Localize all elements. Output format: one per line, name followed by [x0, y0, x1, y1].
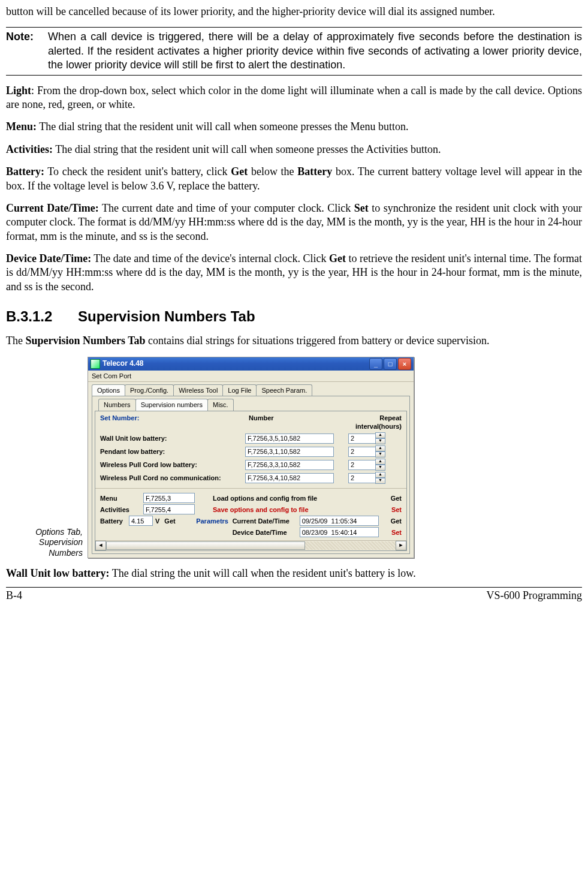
minimize-button[interactable]: _	[369, 358, 382, 370]
number-input[interactable]	[245, 434, 334, 444]
intro-continuation: button will be cancelled because of its …	[6, 5, 582, 19]
spin-down-icon[interactable]: ▼	[375, 438, 385, 444]
tab-log-file[interactable]: Log File	[222, 384, 257, 396]
scroll-track[interactable]	[106, 541, 396, 550]
battery-paragraph: Battery: To check the resident unit's ba…	[6, 165, 582, 193]
get-ref-2: Get	[329, 252, 346, 264]
set-button[interactable]: Set	[378, 505, 402, 514]
window-title: Telecor 4.48	[102, 359, 368, 369]
menu-strip[interactable]: Set Com Port	[88, 371, 414, 382]
current-dt-input[interactable]	[300, 516, 379, 526]
row-wall-unit-low-battery: Wall Unit low battery: ▲▼	[95, 432, 406, 445]
dt-get-button[interactable]: Get	[379, 517, 402, 525]
spin-down-icon[interactable]: ▼	[375, 465, 385, 471]
tab-wireless-tool[interactable]: Wireless Tool	[173, 384, 223, 396]
dt-set-button[interactable]: Set	[379, 528, 402, 537]
current-dt-paragraph: Current Date/Time: The current date and …	[6, 201, 582, 243]
section-title: Supervision Numbers Tab	[78, 308, 255, 324]
lower-section: Menu Load options and config from file G…	[95, 492, 406, 540]
close-button[interactable]: ×	[398, 358, 411, 370]
repeat-input[interactable]	[348, 473, 376, 483]
section-heading: B.3.1.2Supervision Numbers Tab	[6, 307, 582, 326]
scroll-right-icon[interactable]: ►	[396, 541, 406, 550]
menu-input[interactable]	[143, 493, 195, 503]
tabs-secondary: Numbers Supervision numbers Misc.	[92, 396, 409, 410]
battery-get-button[interactable]: Get	[164, 517, 175, 525]
light-paragraph: Light: From the drop-down box, select wh…	[6, 84, 582, 112]
page-footer: B-4 VS-600 Programming	[6, 587, 582, 603]
note-block: Note: When a call device is triggered, t…	[6, 30, 582, 72]
params-row-2: Device Date/Time Set	[100, 526, 402, 538]
device-dt-label: Device Date/Time	[233, 528, 300, 537]
wall-low-label: Wall Unit low battery:	[6, 567, 110, 579]
figure-caption: Options Tab, Supervision Numbers	[6, 527, 88, 559]
tab-options[interactable]: Options	[92, 384, 125, 396]
row-label: Wireless Pull Cord low battery:	[100, 460, 245, 469]
menu-label: Menu	[100, 494, 143, 502]
repeat-input[interactable]	[348, 447, 376, 457]
current-dt-label: Current Date/Time:	[6, 202, 99, 214]
load-label: Load options and config from file	[195, 494, 378, 502]
footer-right: VS-600 Programming	[487, 589, 583, 603]
repeat-input[interactable]	[348, 460, 376, 470]
row-wireless-pull-cord-low-battery: Wireless Pull Cord low battery: ▲▼	[95, 458, 406, 471]
header-number: Number	[249, 414, 339, 431]
spin-up-icon[interactable]: ▲	[375, 459, 385, 465]
battery-v: V	[155, 517, 159, 525]
tab-speech-param[interactable]: Speech Param.	[256, 384, 312, 396]
save-label: Save options and config to file	[195, 505, 378, 514]
section-intro: The Supervision Numbers Tab contains dia…	[6, 334, 582, 348]
battery-value[interactable]	[129, 516, 153, 526]
device-dt-paragraph: Device Date/Time: The date and time of t…	[6, 252, 582, 294]
spin-down-icon[interactable]: ▼	[375, 478, 385, 484]
activities-label: Activities:	[6, 143, 53, 155]
spin-down-icon[interactable]: ▼	[375, 451, 385, 457]
repeat-spinner: ▲▼	[348, 432, 385, 444]
wall-low-body: The dial string the unit will call when …	[110, 567, 416, 579]
number-input[interactable]	[245, 447, 334, 457]
get-button[interactable]: Get	[378, 494, 402, 502]
scroll-left-icon[interactable]: ◄	[95, 541, 106, 550]
subtab-numbers[interactable]: Numbers	[98, 399, 136, 410]
titlebar[interactable]: Telecor 4.48 _ □ ×	[88, 357, 414, 371]
device-dt-label: Device Date/Time:	[6, 252, 91, 264]
repeat-input[interactable]	[348, 434, 376, 444]
number-input[interactable]	[245, 460, 334, 470]
supervision-panel: Set Number: Number Repeat interval(hours…	[95, 411, 407, 552]
set-ref: Set	[354, 202, 369, 214]
spin-up-icon[interactable]: ▲	[375, 445, 385, 451]
scroll-thumb[interactable]	[106, 541, 305, 550]
section-number: B.3.1.2	[6, 307, 78, 326]
spin-up-icon[interactable]: ▲	[375, 472, 385, 478]
row-label: Pendant low battery:	[100, 447, 245, 456]
maximize-button[interactable]: □	[384, 358, 397, 370]
divider	[95, 488, 406, 489]
activities-body: The dial string that the resident unit w…	[53, 143, 441, 155]
note-top-rule	[6, 27, 582, 28]
get-ref: Get	[231, 165, 248, 177]
battery-label: Battery:	[6, 165, 44, 177]
activities-label: Activities	[100, 505, 143, 514]
menu-row: Menu Load options and config from file G…	[100, 492, 402, 504]
subtab-supervision-numbers[interactable]: Supervision numbers	[135, 399, 208, 410]
app-window: Telecor 4.48 _ □ × Set Com Port Options …	[88, 357, 414, 558]
activities-paragraph: Activities: The dial string that the res…	[6, 143, 582, 156]
tab-prog-config[interactable]: Prog./Config.	[125, 384, 174, 396]
spin-up-icon[interactable]: ▲	[375, 432, 385, 438]
activities-input[interactable]	[143, 504, 195, 514]
horizontal-scrollbar[interactable]: ◄ ►	[95, 540, 406, 550]
table-header: Set Number: Number Repeat interval(hours…	[95, 411, 406, 432]
device-dt-input[interactable]	[300, 527, 379, 537]
figure-area: Options Tab, Supervision Numbers Telecor…	[6, 357, 582, 558]
repeat-spinner: ▲▼	[348, 472, 385, 484]
light-body: : From the drop-down box, select which c…	[6, 85, 582, 110]
subtab-misc[interactable]: Misc.	[207, 399, 234, 410]
menu-label: Menu:	[6, 121, 37, 133]
params-row-1: Battery V Get Parametrs Current Date/Tim…	[100, 515, 402, 526]
header-set-number: Set Number:	[100, 414, 249, 431]
number-input[interactable]	[245, 473, 334, 483]
row-label: Wall Unit low battery:	[100, 434, 245, 442]
footer-left: B-4	[6, 589, 22, 603]
app-icon	[91, 359, 100, 369]
wall-unit-low-battery-paragraph: Wall Unit low battery: The dial string t…	[6, 567, 582, 580]
